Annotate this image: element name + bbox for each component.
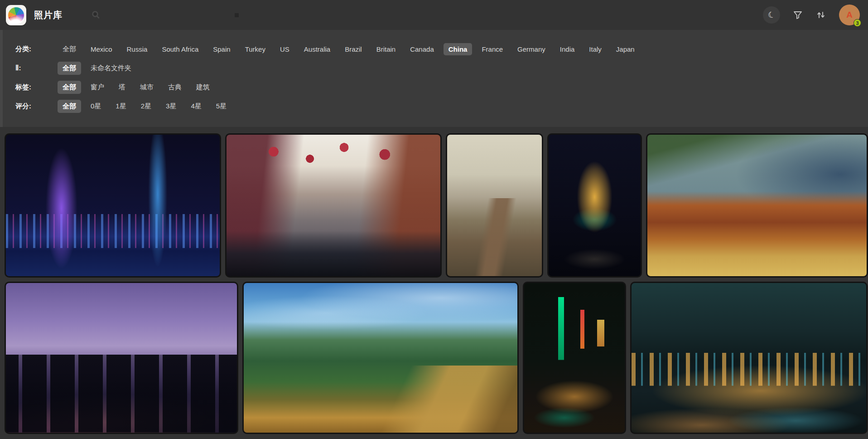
sort-icon <box>815 10 826 20</box>
filter-option[interactable]: Canada <box>405 43 439 55</box>
filter-option[interactable]: India <box>555 43 580 55</box>
avatar-initial: A <box>846 10 853 20</box>
filter-row-1: Ⅱ:全部未命名文件夹 <box>15 61 859 75</box>
moon-icon: ☾ <box>767 9 776 20</box>
filter-option-selected[interactable]: 全部 <box>58 62 81 75</box>
filter-option[interactable]: 1星 <box>111 100 131 113</box>
filter-option[interactable]: Brazil <box>340 43 367 55</box>
topbar: 照片库 ☾ A 3 <box>0 0 868 30</box>
avatar-status-badge: 3 <box>854 19 861 27</box>
sort-button[interactable] <box>815 10 826 20</box>
filter-label: 分类: <box>15 45 58 54</box>
photo-thumbnail-temple-rooftops[interactable] <box>646 133 868 278</box>
photo-row <box>5 133 868 278</box>
filter-options: 全部未命名文件夹 <box>58 62 136 75</box>
photo-row <box>5 282 868 434</box>
photo-thumbnail-great-wall-mist[interactable] <box>446 133 543 278</box>
filter-row-3: 评分:全部0星1星2星3星4星5星 <box>15 99 859 113</box>
app-logo-icon[interactable] <box>6 5 26 25</box>
photo-thumbnail-hongkong-neon-street[interactable] <box>523 282 626 434</box>
collapsed-toolbar-icon[interactable] <box>235 13 239 17</box>
filter-option[interactable]: 城市 <box>135 81 159 94</box>
filter-panel: 分类:全部MexicoRussiaSouth AfricaSpainTurkey… <box>0 30 868 127</box>
topbar-actions: ☾ A 3 <box>763 5 860 25</box>
filter-option[interactable]: 5星 <box>211 100 231 113</box>
filter-option[interactable]: Australia <box>299 43 335 55</box>
filter-option-selected[interactable]: China <box>444 43 473 55</box>
photo-thumbnail-great-wall-green[interactable] <box>242 282 519 434</box>
filter-options: 全部0星1星2星3星4星5星 <box>58 100 231 113</box>
filter-option[interactable]: Britain <box>371 43 401 55</box>
filter-option[interactable]: 窗户 <box>86 81 109 94</box>
panel-edge-highlight <box>0 30 3 127</box>
filter-option[interactable]: 3星 <box>161 100 181 113</box>
filter-option[interactable]: 2星 <box>136 100 156 113</box>
user-avatar[interactable]: A 3 <box>839 5 860 25</box>
app-title: 照片库 <box>34 9 63 21</box>
filter-option[interactable]: Italy <box>584 43 607 55</box>
filter-option[interactable]: 全部 <box>58 43 81 56</box>
filter-icon <box>793 10 803 20</box>
dark-mode-toggle-button[interactable]: ☾ <box>763 6 780 24</box>
filter-option-selected[interactable]: 全部 <box>58 81 81 94</box>
filter-option[interactable]: 古典 <box>163 81 187 94</box>
search-icon[interactable] <box>91 10 101 20</box>
photo-gallery <box>0 127 868 434</box>
filter-option[interactable]: 4星 <box>186 100 206 113</box>
filter-option[interactable]: Japan <box>611 43 640 55</box>
filter-option[interactable]: Turkey <box>240 43 270 55</box>
photo-thumbnail-beijing-skyline-dusk[interactable] <box>5 282 238 434</box>
filter-option[interactable]: Mexico <box>86 43 117 55</box>
filter-label: 标签: <box>15 83 58 92</box>
filter-row-2: 标签:全部窗户塔城市古典建筑 <box>15 80 859 94</box>
filter-label: Ⅱ: <box>15 64 58 72</box>
filter-option[interactable]: US <box>275 43 294 55</box>
photo-thumbnail-shanghai-skyline-night[interactable] <box>5 133 221 278</box>
filter-option[interactable]: 建筑 <box>191 81 215 94</box>
filter-option[interactable]: South Africa <box>157 43 203 55</box>
filter-option[interactable]: Spain <box>208 43 235 55</box>
filter-label: 评分: <box>15 102 58 111</box>
filter-option[interactable]: 塔 <box>114 81 130 94</box>
filter-options: 全部MexicoRussiaSouth AfricaSpainTurkeyUSA… <box>58 43 640 56</box>
filter-option[interactable]: 0星 <box>86 100 106 113</box>
filter-option-selected[interactable]: 全部 <box>58 100 81 113</box>
photo-thumbnail-chinatown-street[interactable] <box>225 133 442 278</box>
filter-option[interactable]: 未命名文件夹 <box>86 62 136 75</box>
filter-option[interactable]: France <box>477 43 508 55</box>
filter-options: 全部窗户塔城市古典建筑 <box>58 81 215 94</box>
filter-row-0: 分类:全部MexicoRussiaSouth AfricaSpainTurkey… <box>15 42 859 56</box>
photo-thumbnail-pagoda-night[interactable] <box>547 133 642 278</box>
photo-thumbnail-chongqing-night[interactable] <box>630 282 868 434</box>
filter-option[interactable]: Russia <box>122 43 153 55</box>
filter-option[interactable]: Germany <box>512 43 550 55</box>
filter-button[interactable] <box>793 10 803 20</box>
